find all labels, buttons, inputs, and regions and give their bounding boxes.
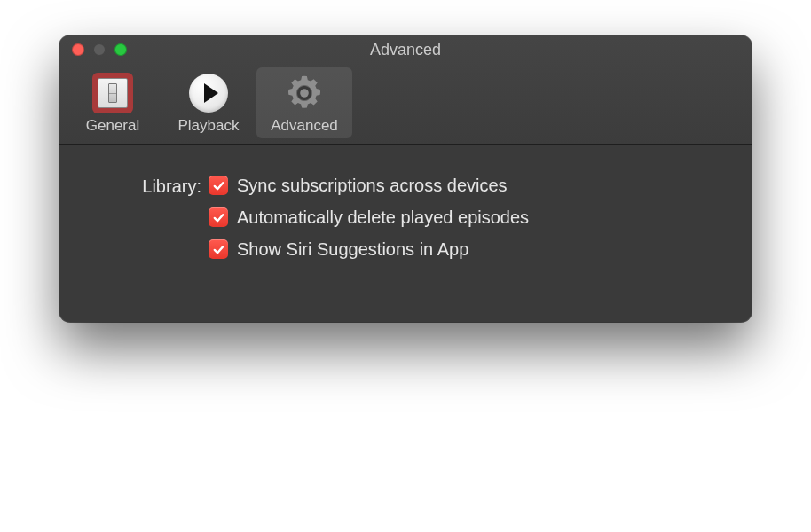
- checkbox-icon: [209, 176, 228, 195]
- option-siri-suggestions[interactable]: Show Siri Suggestions in App: [209, 239, 529, 260]
- option-label: Sync subscriptions across devices: [237, 175, 508, 196]
- checkbox-icon: [209, 239, 228, 259]
- options-list: Sync subscriptions across devices Automa…: [209, 175, 529, 260]
- play-icon: [188, 73, 229, 113]
- library-section: Library: Sync subscriptions across devic…: [120, 175, 716, 260]
- preferences-window: Advanced General Playback: [59, 35, 752, 322]
- switch-icon: [92, 73, 133, 113]
- tab-label: General: [86, 117, 139, 135]
- zoom-button[interactable]: [114, 43, 127, 56]
- tab-label: Playback: [178, 117, 240, 135]
- minimize-button[interactable]: [93, 43, 106, 56]
- gear-icon: [284, 73, 325, 113]
- titlebar: Advanced General Playback: [59, 35, 752, 145]
- preferences-toolbar: General Playback: [59, 64, 752, 144]
- titlebar-top: Advanced: [59, 35, 752, 64]
- section-label: Library:: [120, 175, 209, 197]
- content-pane: Library: Sync subscriptions across devic…: [59, 145, 752, 322]
- option-label: Show Siri Suggestions in App: [237, 239, 468, 260]
- option-sync-subscriptions[interactable]: Sync subscriptions across devices: [209, 175, 529, 196]
- tab-label: Advanced: [271, 117, 338, 135]
- checkbox-icon: [209, 207, 228, 227]
- window-title: Advanced: [370, 41, 441, 59]
- window-controls: [72, 43, 127, 56]
- tab-playback[interactable]: Playback: [161, 67, 256, 138]
- tab-advanced[interactable]: Advanced: [256, 67, 352, 138]
- tab-general[interactable]: General: [65, 67, 161, 138]
- close-button[interactable]: [72, 43, 84, 56]
- option-auto-delete[interactable]: Automatically delete played episodes: [209, 207, 529, 228]
- option-label: Automatically delete played episodes: [237, 207, 529, 228]
- svg-point-2: [300, 89, 309, 98]
